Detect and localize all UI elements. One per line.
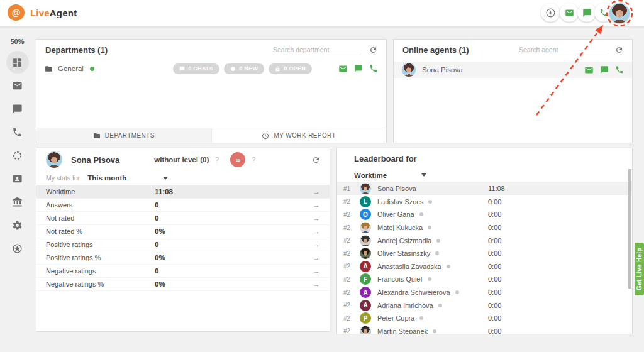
email-agent-button[interactable]: [584, 65, 594, 75]
rank-label: #2: [343, 250, 355, 257]
logo-live-text: Live: [30, 8, 50, 18]
refresh-departments-button[interactable]: [369, 46, 377, 54]
offline-status-dot: [428, 200, 432, 204]
rewards-button[interactable]: [230, 152, 245, 167]
metric-value: 0:00: [488, 263, 501, 270]
tickets-button[interactable]: [560, 3, 579, 22]
leaderboard-metric-select[interactable]: Worktime: [354, 172, 387, 179]
stats-for-label: My stats for: [46, 174, 80, 182]
metric-value: 0:00: [488, 250, 501, 257]
sidebar-item-tickets[interactable]: [6, 74, 29, 97]
liveagent-dashboard: @ LiveAgent 50%: [0, 0, 644, 352]
refresh-agents-button[interactable]: [615, 46, 623, 54]
departments-panel: Departments (1) General 0 CHATS 0 NEW: [36, 39, 387, 143]
arrow-right-icon[interactable]: →: [313, 267, 320, 275]
stat-value: 0: [155, 214, 158, 222]
chevron-down-icon[interactable]: [163, 177, 168, 180]
rank-label: #2: [343, 198, 355, 205]
get-live-help-button[interactable]: Get Live Help: [635, 243, 644, 295]
stat-value: 0: [155, 201, 158, 209]
refresh-report-button[interactable]: [312, 156, 320, 164]
arrow-right-icon[interactable]: →: [313, 240, 320, 249]
chat-agent-button[interactable]: [600, 65, 609, 74]
metric-value: 0:00: [488, 314, 501, 322]
call-agent-button[interactable]: [615, 65, 624, 74]
tab-my-work-report[interactable]: MY WORK REPORT: [211, 128, 387, 143]
sidebar-item-chats[interactable]: [6, 97, 29, 120]
stat-value: 0: [155, 267, 158, 275]
agent-name: Oliver Stasinszky: [377, 250, 430, 257]
sidebar-item-gamification[interactable]: [6, 237, 29, 260]
arrow-right-icon[interactable]: →: [313, 201, 320, 209]
metric-value: 0:00: [488, 237, 501, 245]
stat-row[interactable]: Negative ratings %0%→: [36, 278, 330, 291]
agent-avatar: [402, 63, 416, 77]
leaderboard-row: #2FFrancois Quief0:00: [337, 273, 632, 286]
contacts-icon: [12, 173, 23, 184]
chat-icon: [354, 64, 363, 73]
tab-departments[interactable]: DEPARTMENTS: [36, 128, 211, 143]
agent-avatar: [360, 326, 371, 334]
arrow-right-icon[interactable]: →: [313, 280, 320, 289]
phone-icon: [369, 64, 378, 73]
agent-name: Adriana Imrichova: [377, 302, 433, 309]
stat-row[interactable]: Answers0→: [36, 199, 330, 212]
report-agent-name: Sona Pisova: [71, 155, 119, 165]
period-select[interactable]: This month: [87, 174, 126, 182]
agent-avatar: P: [360, 312, 371, 324]
rank-label: #2: [343, 224, 355, 231]
agent-avatar: A: [360, 300, 371, 311]
sidebar-item-dashboard[interactable]: [6, 51, 29, 74]
phone-icon: [615, 65, 624, 74]
stat-value: 0: [155, 241, 158, 248]
sidebar-item-contacts[interactable]: [6, 167, 29, 190]
arrow-right-icon[interactable]: →: [313, 214, 320, 223]
stat-row[interactable]: Positive ratings0→: [36, 238, 330, 251]
chat-icon: [582, 8, 592, 18]
dot-icon: [230, 66, 236, 72]
offline-status-dot: [428, 226, 431, 229]
metric-value: 11:08: [488, 185, 505, 192]
leaderboard-row: #2AAnastasiia Zavadska0:00: [337, 260, 632, 273]
level-help[interactable]: ?: [215, 156, 219, 163]
arrow-right-icon[interactable]: →: [313, 227, 320, 236]
offline-status-dot: [438, 304, 442, 307]
rank-label: #2: [343, 211, 355, 218]
stat-label: Negative ratings %: [46, 280, 155, 288]
folder-icon: [45, 65, 53, 73]
chat-department-button[interactable]: [354, 64, 363, 73]
agent-name: Francois Quief: [377, 275, 423, 283]
stat-row[interactable]: Worktime11:08→: [36, 185, 330, 199]
chat-icon: [179, 66, 185, 72]
sidebar-item-settings[interactable]: [6, 214, 29, 236]
call-department-button[interactable]: [369, 64, 378, 73]
metric-value: 0:00: [488, 275, 501, 283]
rank-label: #2: [343, 302, 355, 309]
dashboard-icon: [12, 57, 23, 68]
chats-button[interactable]: [577, 3, 596, 22]
search-agent-input[interactable]: [519, 45, 607, 55]
metric-value: 0:00: [488, 224, 501, 231]
rewards-help[interactable]: ?: [252, 156, 255, 163]
sidebar-item-calls[interactable]: [6, 121, 29, 143]
sidebar-item-customers[interactable]: [6, 190, 29, 213]
rank-label: #1: [343, 185, 355, 192]
refresh-icon: [615, 46, 623, 54]
stat-row[interactable]: Not rated0→: [36, 212, 330, 225]
user-avatar[interactable]: [609, 3, 630, 23]
agent-name: Alexandra Schweierova: [377, 289, 450, 296]
stat-row[interactable]: Negative ratings0→: [36, 265, 330, 278]
arrow-right-icon[interactable]: →: [313, 187, 320, 196]
sidebar-item-social[interactable]: [6, 144, 29, 167]
chevron-down-icon[interactable]: [421, 173, 426, 177]
leaderboard-row: #2Oliver Stasinszky0:00: [337, 247, 632, 260]
add-new-button[interactable]: [541, 3, 560, 22]
stat-row[interactable]: Not rated %0%→: [36, 225, 330, 238]
email-department-button[interactable]: [338, 64, 348, 74]
arrow-right-icon[interactable]: →: [313, 253, 320, 262]
agent-name: Sona Pisova: [377, 185, 416, 192]
search-department-input[interactable]: [273, 45, 361, 55]
offline-status-dot: [455, 290, 459, 294]
leaderboard-scrollbar[interactable]: [628, 169, 631, 289]
stat-row[interactable]: Positive ratings %0%→: [36, 251, 330, 265]
